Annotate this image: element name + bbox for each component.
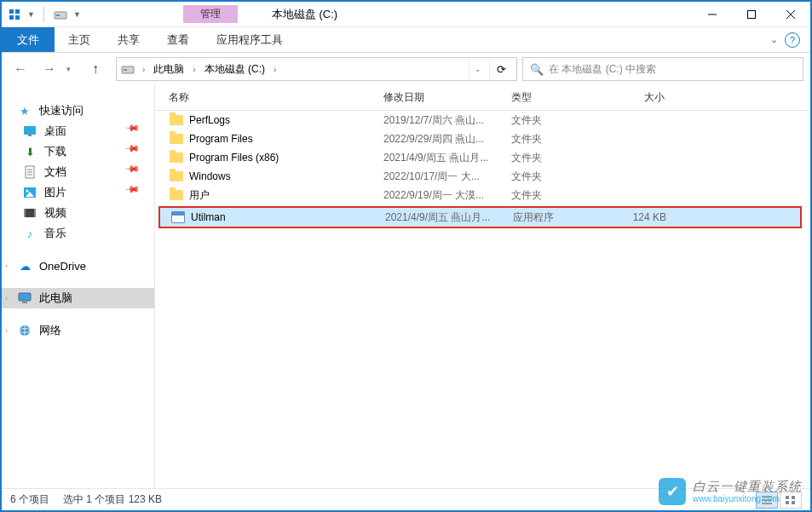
chevron-down-icon: ⌄ xyxy=(770,34,778,45)
file-date: 2019/12/7/周六 燕山... xyxy=(383,113,511,128)
nav-up-button[interactable]: ↑ xyxy=(84,57,107,81)
minimize-button[interactable] xyxy=(693,3,732,26)
column-header-date[interactable]: 修改日期 xyxy=(383,90,511,105)
svg-rect-22 xyxy=(24,209,26,217)
picture-icon xyxy=(22,185,37,200)
file-type: 文件夹 xyxy=(511,188,613,203)
watermark: ✔ 白云一键重装系统 www.baiyunxitong.com xyxy=(659,478,802,505)
svg-point-19 xyxy=(26,190,29,193)
watermark-logo-icon: ✔ xyxy=(659,478,686,505)
sidebar-item-label: 图片 xyxy=(44,185,66,200)
sidebar-item-label: 此电脑 xyxy=(39,291,72,306)
quick-access-toolbar: ▼ ▼ xyxy=(2,7,81,22)
file-row-folder[interactable]: 用户 2022/9/19/周一 大漠... 文件夹 xyxy=(155,186,810,204)
download-icon: ⬇ xyxy=(22,144,37,159)
file-name: 用户 xyxy=(189,188,210,203)
chevron-right-icon[interactable]: › xyxy=(5,294,8,302)
music-icon: ♪ xyxy=(22,226,37,241)
file-row-selected[interactable]: Utilman 2021/4/9/周五 燕山月... 应用程序 124 KB xyxy=(160,208,800,227)
sidebar-item-this-pc[interactable]: › 此电脑 xyxy=(2,288,154,308)
ribbon-tabs: 文件 主页 共享 查看 应用程序工具 ⌄ ? xyxy=(2,27,810,53)
explorer-window: ▼ ▼ 管理 本地磁盘 (C:) 文件 主页 共享 查看 应 xyxy=(0,0,812,512)
crumb-drive[interactable]: 本地磁盘 (C:) xyxy=(203,62,267,77)
svg-rect-7 xyxy=(748,10,756,18)
folder-icon xyxy=(169,113,184,127)
svg-rect-3 xyxy=(15,15,20,20)
folder-icon xyxy=(169,151,184,164)
chevron-right-icon[interactable]: › xyxy=(5,326,8,335)
crumb-this-pc[interactable]: 此电脑 xyxy=(152,62,186,77)
status-item-count: 6 个项目 xyxy=(10,492,49,507)
nav-back-button[interactable]: ← xyxy=(9,57,32,81)
sidebar-item-label: 音乐 xyxy=(44,226,66,241)
maximize-button[interactable] xyxy=(732,3,771,26)
nav-history-dropdown[interactable]: ▾ xyxy=(66,65,78,73)
column-header-name[interactable]: 名称 xyxy=(169,90,383,105)
pin-icon: 📌 xyxy=(124,141,147,163)
help-icon[interactable]: ? xyxy=(785,32,800,48)
ribbon-collapse[interactable]: ⌄ ? xyxy=(760,27,810,52)
sidebar-item-label: 视频 xyxy=(44,205,66,221)
sidebar-item-pictures[interactable]: 图片 📌 xyxy=(2,182,154,203)
tab-share[interactable]: 共享 xyxy=(104,27,153,52)
svg-rect-25 xyxy=(22,302,27,303)
crumb-sep-icon[interactable]: › xyxy=(270,65,279,74)
column-header-type[interactable]: 类型 xyxy=(511,90,613,105)
file-date: 2022/10/17/周一 大... xyxy=(383,170,511,184)
qat-dropdown-icon[interactable]: ▼ xyxy=(27,10,35,19)
sidebar-item-network[interactable]: › 网络 xyxy=(2,320,154,341)
file-name: PerfLogs xyxy=(189,114,230,126)
file-name: Program Files xyxy=(189,133,253,145)
address-box[interactable]: › 此电脑 › 本地磁盘 (C:) › ⌄ ⟳ xyxy=(116,57,517,81)
tab-app-tools[interactable]: 应用程序工具 xyxy=(203,27,297,52)
sidebar-item-music[interactable]: ♪ 音乐 xyxy=(2,223,154,244)
watermark-title: 白云一键重装系统 xyxy=(693,480,802,494)
file-row-folder[interactable]: PerfLogs 2019/12/7/周六 燕山... 文件夹 xyxy=(155,111,810,129)
file-size: 124 KB xyxy=(615,211,683,223)
folder-icon xyxy=(169,132,184,146)
file-row-folder[interactable]: Program Files (x86) 2021/4/9/周五 燕山月... 文… xyxy=(155,148,810,167)
tab-file[interactable]: 文件 xyxy=(2,27,55,52)
crumb-sep-icon[interactable]: › xyxy=(139,65,148,74)
close-button[interactable] xyxy=(771,3,810,26)
file-date: 2021/4/9/周五 燕山月... xyxy=(385,210,513,225)
file-type: 应用程序 xyxy=(513,210,615,225)
file-name: Program Files (x86) xyxy=(189,152,279,164)
svg-rect-11 xyxy=(124,69,127,71)
crumb-sep-icon[interactable]: › xyxy=(189,65,199,74)
app-icon xyxy=(7,7,22,22)
address-dropdown-icon[interactable]: ⌄ xyxy=(469,58,486,80)
search-input[interactable]: 🔍 在 本地磁盘 (C:) 中搜索 xyxy=(522,57,803,81)
drive-dropdown-icon[interactable]: ▼ xyxy=(73,10,81,19)
refresh-button[interactable]: ⟳ xyxy=(489,58,513,80)
svg-rect-1 xyxy=(15,9,20,14)
file-row-folder[interactable]: Windows 2022/10/17/周一 大... 文件夹 xyxy=(155,167,810,186)
svg-rect-12 xyxy=(24,126,36,135)
file-date: 2022/9/29/周四 燕山... xyxy=(383,132,511,147)
pin-icon: 📌 xyxy=(124,181,147,204)
sidebar-item-quick-access[interactable]: ★ 快速访问 xyxy=(2,101,154,121)
svg-rect-21 xyxy=(24,209,36,217)
sidebar-item-onedrive[interactable]: › ☁ OneDrive xyxy=(2,256,154,276)
pin-icon: 📌 xyxy=(124,120,147,142)
column-header-size[interactable]: 大小 xyxy=(613,90,682,105)
sidebar-item-label: 网络 xyxy=(39,323,61,338)
sidebar-item-label: 桌面 xyxy=(44,124,66,139)
tab-home[interactable]: 主页 xyxy=(55,27,104,52)
drive-icon xyxy=(53,7,68,22)
sidebar-item-desktop[interactable]: 桌面 📌 xyxy=(2,121,154,141)
tab-view[interactable]: 查看 xyxy=(153,27,203,52)
sidebar-item-documents[interactable]: 文档 📌 xyxy=(2,162,154,182)
svg-rect-0 xyxy=(9,9,14,14)
computer-icon xyxy=(17,291,32,306)
highlight-annotation: Utilman 2021/4/9/周五 燕山月... 应用程序 124 KB xyxy=(158,206,802,228)
chevron-right-icon[interactable]: › xyxy=(5,262,8,270)
nav-forward-button[interactable]: → xyxy=(37,57,61,81)
file-date: 2022/9/19/周一 大漠... xyxy=(383,188,511,203)
sidebar-item-downloads[interactable]: ⬇ 下载 📌 xyxy=(2,141,154,162)
file-row-folder[interactable]: Program Files 2022/9/29/周四 燕山... 文件夹 xyxy=(155,129,810,148)
status-selection: 选中 1 个项目 123 KB xyxy=(63,492,162,507)
address-drive-icon xyxy=(120,61,135,77)
sidebar-item-videos[interactable]: 视频 xyxy=(2,203,154,223)
sidebar-item-label: 快速访问 xyxy=(39,103,84,118)
